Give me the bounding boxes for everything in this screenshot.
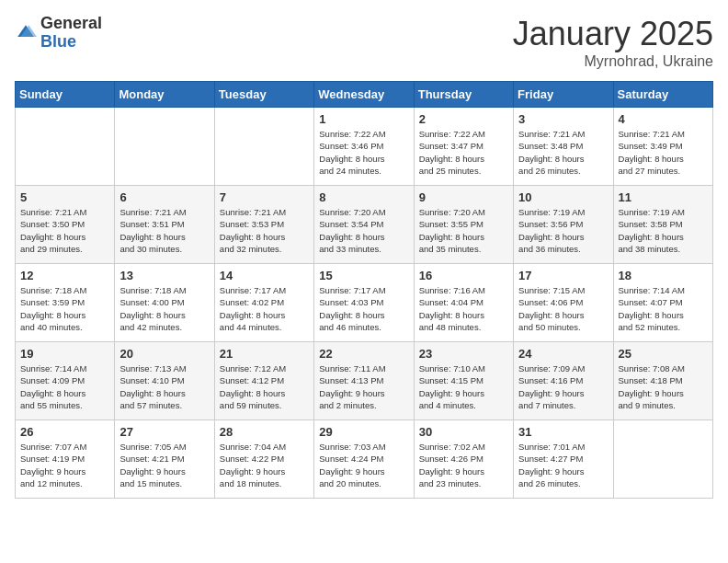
- day-number: 25: [619, 347, 708, 361]
- calendar-cell: 23Sunrise: 7:10 AM Sunset: 4:15 PM Dayli…: [414, 342, 513, 420]
- day-info: Sunrise: 7:21 AM Sunset: 3:51 PM Dayligh…: [119, 206, 209, 255]
- calendar-cell: 4Sunrise: 7:21 AM Sunset: 3:49 PM Daylig…: [613, 108, 712, 186]
- calendar-cell: 11Sunrise: 7:19 AM Sunset: 3:58 PM Dayli…: [613, 186, 712, 264]
- day-info: Sunrise: 7:19 AM Sunset: 3:58 PM Dayligh…: [619, 206, 708, 255]
- logo-general: General: [40, 15, 102, 33]
- calendar-cell: 22Sunrise: 7:11 AM Sunset: 4:13 PM Dayli…: [314, 342, 414, 420]
- day-number: 3: [518, 112, 608, 126]
- day-info: Sunrise: 7:16 AM Sunset: 4:04 PM Dayligh…: [419, 284, 508, 333]
- calendar-cell: 27Sunrise: 7:05 AM Sunset: 4:21 PM Dayli…: [115, 420, 214, 499]
- day-info: Sunrise: 7:17 AM Sunset: 4:02 PM Dayligh…: [220, 284, 309, 333]
- day-number: 8: [319, 190, 408, 204]
- calendar-week-2: 5Sunrise: 7:21 AM Sunset: 3:50 PM Daylig…: [16, 186, 713, 264]
- calendar-cell: 7Sunrise: 7:21 AM Sunset: 3:53 PM Daylig…: [214, 186, 313, 264]
- calendar-week-1: 1Sunrise: 7:22 AM Sunset: 3:46 PM Daylig…: [16, 108, 713, 186]
- calendar-cell: 25Sunrise: 7:08 AM Sunset: 4:18 PM Dayli…: [613, 342, 712, 420]
- calendar-cell: 2Sunrise: 7:22 AM Sunset: 3:47 PM Daylig…: [414, 108, 513, 186]
- day-number: 9: [419, 190, 508, 204]
- day-number: 4: [619, 112, 708, 126]
- day-info: Sunrise: 7:18 AM Sunset: 3:59 PM Dayligh…: [20, 284, 109, 333]
- location-title: Myrnohrad, Ukraine: [513, 53, 713, 70]
- day-info: Sunrise: 7:19 AM Sunset: 3:56 PM Dayligh…: [518, 206, 608, 255]
- day-number: 2: [419, 112, 508, 126]
- header-friday: Friday: [514, 82, 613, 108]
- day-number: 30: [419, 425, 508, 439]
- day-number: 11: [619, 190, 708, 204]
- day-info: Sunrise: 7:15 AM Sunset: 4:06 PM Dayligh…: [518, 284, 608, 333]
- calendar-cell: 24Sunrise: 7:09 AM Sunset: 4:16 PM Dayli…: [514, 342, 613, 420]
- calendar-cell: 3Sunrise: 7:21 AM Sunset: 3:48 PM Daylig…: [514, 108, 613, 186]
- calendar-cell: 17Sunrise: 7:15 AM Sunset: 4:06 PM Dayli…: [514, 264, 613, 342]
- day-number: 21: [220, 347, 309, 361]
- day-number: 26: [20, 425, 109, 439]
- calendar-cell: [613, 420, 712, 499]
- calendar-cell: 13Sunrise: 7:18 AM Sunset: 4:00 PM Dayli…: [115, 264, 214, 342]
- day-number: 22: [319, 347, 408, 361]
- calendar-header-row: SundayMondayTuesdayWednesdayThursdayFrid…: [16, 82, 713, 108]
- header-thursday: Thursday: [414, 82, 513, 108]
- logo-text: General Blue: [40, 15, 102, 52]
- day-info: Sunrise: 7:18 AM Sunset: 4:00 PM Dayligh…: [119, 284, 209, 333]
- calendar-cell: 30Sunrise: 7:02 AM Sunset: 4:26 PM Dayli…: [414, 420, 513, 499]
- calendar-cell: 12Sunrise: 7:18 AM Sunset: 3:59 PM Dayli…: [16, 264, 115, 342]
- day-info: Sunrise: 7:21 AM Sunset: 3:49 PM Dayligh…: [619, 128, 708, 177]
- logo-icon: [15, 22, 37, 44]
- header-tuesday: Tuesday: [214, 82, 313, 108]
- calendar-cell: 29Sunrise: 7:03 AM Sunset: 4:24 PM Dayli…: [314, 420, 414, 499]
- calendar-cell: 21Sunrise: 7:12 AM Sunset: 4:12 PM Dayli…: [214, 342, 313, 420]
- day-info: Sunrise: 7:07 AM Sunset: 4:19 PM Dayligh…: [20, 441, 109, 489]
- page-header: General Blue January 2025 Myrnohrad, Ukr…: [15, 15, 713, 70]
- header-saturday: Saturday: [613, 82, 712, 108]
- day-info: Sunrise: 7:10 AM Sunset: 4:15 PM Dayligh…: [419, 362, 508, 411]
- day-number: 13: [119, 269, 209, 282]
- day-number: 14: [220, 269, 309, 282]
- day-number: 27: [119, 425, 209, 439]
- day-info: Sunrise: 7:11 AM Sunset: 4:13 PM Dayligh…: [319, 362, 408, 411]
- day-info: Sunrise: 7:14 AM Sunset: 4:07 PM Dayligh…: [619, 284, 708, 333]
- day-info: Sunrise: 7:09 AM Sunset: 4:16 PM Dayligh…: [518, 362, 608, 411]
- calendar-cell: 31Sunrise: 7:01 AM Sunset: 4:27 PM Dayli…: [514, 420, 613, 499]
- calendar-cell: 14Sunrise: 7:17 AM Sunset: 4:02 PM Dayli…: [214, 264, 313, 342]
- day-number: 28: [220, 425, 309, 439]
- calendar-week-3: 12Sunrise: 7:18 AM Sunset: 3:59 PM Dayli…: [16, 264, 713, 342]
- day-number: 7: [220, 190, 309, 204]
- day-number: 18: [619, 269, 708, 282]
- calendar-cell: 5Sunrise: 7:21 AM Sunset: 3:50 PM Daylig…: [16, 186, 115, 264]
- calendar-cell: 19Sunrise: 7:14 AM Sunset: 4:09 PM Dayli…: [16, 342, 115, 420]
- day-info: Sunrise: 7:12 AM Sunset: 4:12 PM Dayligh…: [220, 362, 309, 411]
- day-info: Sunrise: 7:01 AM Sunset: 4:27 PM Dayligh…: [518, 441, 608, 489]
- logo: General Blue: [15, 15, 102, 52]
- header-wednesday: Wednesday: [314, 82, 414, 108]
- day-number: 10: [518, 190, 608, 204]
- day-info: Sunrise: 7:02 AM Sunset: 4:26 PM Dayligh…: [419, 441, 508, 489]
- day-number: 20: [119, 347, 209, 361]
- calendar-cell: [214, 108, 313, 186]
- header-sunday: Sunday: [16, 82, 115, 108]
- day-info: Sunrise: 7:21 AM Sunset: 3:50 PM Dayligh…: [20, 206, 109, 255]
- calendar-week-5: 26Sunrise: 7:07 AM Sunset: 4:19 PM Dayli…: [16, 420, 713, 499]
- day-info: Sunrise: 7:03 AM Sunset: 4:24 PM Dayligh…: [319, 441, 408, 489]
- day-number: 29: [319, 425, 408, 439]
- calendar-cell: 9Sunrise: 7:20 AM Sunset: 3:55 PM Daylig…: [414, 186, 513, 264]
- day-info: Sunrise: 7:22 AM Sunset: 3:47 PM Dayligh…: [419, 128, 508, 177]
- day-number: 31: [518, 425, 608, 439]
- day-info: Sunrise: 7:08 AM Sunset: 4:18 PM Dayligh…: [619, 362, 708, 411]
- calendar-cell: 20Sunrise: 7:13 AM Sunset: 4:10 PM Dayli…: [115, 342, 214, 420]
- day-number: 15: [319, 269, 408, 282]
- day-info: Sunrise: 7:20 AM Sunset: 3:55 PM Dayligh…: [419, 206, 508, 255]
- calendar-cell: 18Sunrise: 7:14 AM Sunset: 4:07 PM Dayli…: [613, 264, 712, 342]
- month-title: January 2025: [513, 15, 713, 53]
- calendar-cell: 1Sunrise: 7:22 AM Sunset: 3:46 PM Daylig…: [314, 108, 414, 186]
- calendar-cell: 16Sunrise: 7:16 AM Sunset: 4:04 PM Dayli…: [414, 264, 513, 342]
- calendar-cell: 6Sunrise: 7:21 AM Sunset: 3:51 PM Daylig…: [115, 186, 214, 264]
- day-info: Sunrise: 7:13 AM Sunset: 4:10 PM Dayligh…: [119, 362, 209, 411]
- day-number: 24: [518, 347, 608, 361]
- day-number: 16: [419, 269, 508, 282]
- calendar-week-4: 19Sunrise: 7:14 AM Sunset: 4:09 PM Dayli…: [16, 342, 713, 420]
- day-info: Sunrise: 7:05 AM Sunset: 4:21 PM Dayligh…: [119, 441, 209, 489]
- day-number: 19: [20, 347, 109, 361]
- logo-blue: Blue: [40, 33, 102, 52]
- title-block: January 2025 Myrnohrad, Ukraine: [513, 15, 713, 70]
- day-info: Sunrise: 7:04 AM Sunset: 4:22 PM Dayligh…: [220, 441, 309, 489]
- calendar-cell: [16, 108, 115, 186]
